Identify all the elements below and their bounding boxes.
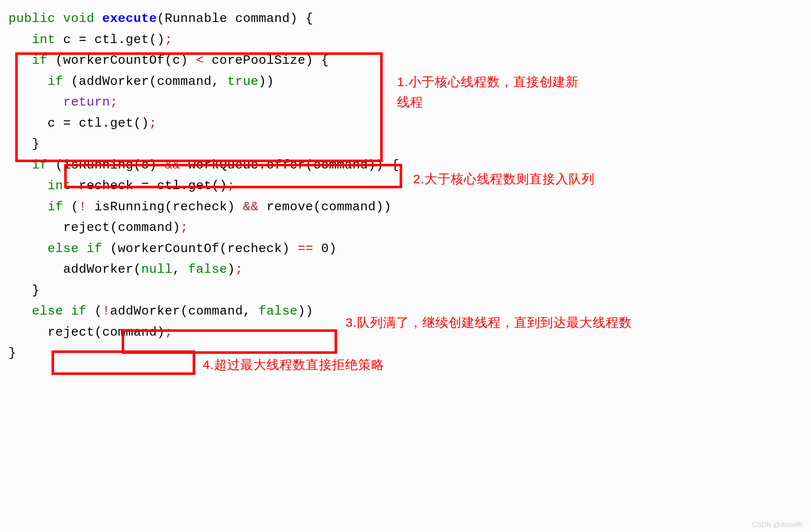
semicolon: ; [227, 179, 235, 193]
annotation-4: 4.超过最大线程数直接拒绝策略 [203, 355, 456, 375]
keyword-else: else [48, 242, 79, 256]
keyword-if: if [87, 242, 102, 256]
keyword-return: return [63, 95, 110, 109]
operator-and: && [165, 158, 180, 172]
code-line-10: if (! isRunning(recheck) && remove(comma… [8, 197, 803, 218]
brace-close: } [8, 346, 16, 360]
semicolon: ; [165, 33, 173, 47]
code-line-9: int recheck = ctl.get(); [8, 176, 803, 197]
code-text: isRunning(recheck) [87, 200, 243, 214]
code-line-2: int c = ctl.get(); [8, 30, 803, 51]
keyword-if: if [32, 158, 48, 172]
semicolon: ; [180, 220, 188, 235]
code-text: ) [227, 262, 235, 277]
code-line-8: if (isRunning(c) && workQueue.offer(comm… [8, 155, 803, 176]
keyword-int: int [48, 179, 71, 193]
keyword-if: if [32, 53, 48, 68]
code-text: (workerCountOf(recheck) [102, 242, 298, 256]
code-text: recheck = ctl.get() [71, 179, 227, 193]
annotation-3: 3.队列满了，继续创建线程，直到到达最大线程数 [346, 312, 641, 333]
code-line-12: else if (workerCountOf(recheck) == 0) [8, 239, 803, 260]
code-text: (isRunning(c) [48, 158, 165, 172]
keyword-void: void [63, 11, 95, 26]
semicolon: ; [149, 116, 157, 130]
watermark: CSDN @dxwell6 [752, 521, 803, 529]
code-text: (addWorker(command, [63, 74, 228, 89]
code-line-7: } [8, 134, 803, 155]
keyword-false: false [259, 304, 298, 318]
annotation-2: 2.大于核心线程数则直接入队列 [413, 169, 603, 189]
code-text: 0) [313, 242, 337, 256]
keyword-if: if [48, 200, 63, 214]
code-text: (Runnable command) { [157, 11, 313, 26]
code-block: public void execute(Runnable command) { … [8, 8, 803, 364]
operator-eq: == [298, 242, 313, 256]
semicolon: ; [110, 95, 118, 109]
code-line-13: addWorker(null, false); [8, 259, 803, 280]
code-text: ( [63, 200, 79, 214]
code-text: , [173, 262, 188, 277]
keyword-public: public [8, 11, 55, 26]
keyword-if: if [48, 74, 63, 89]
code-text: reject(command) [48, 325, 165, 339]
keyword-else: else [32, 304, 63, 318]
code-text: c = ctl.get() [48, 116, 150, 130]
keyword-int: int [32, 33, 56, 47]
code-line-1: public void execute(Runnable command) { [8, 8, 803, 30]
code-text: c = ctl.get() [55, 33, 165, 47]
keyword-null: null [142, 262, 173, 277]
operator-not: ! [79, 200, 87, 214]
semicolon: ; [235, 262, 243, 277]
code-text: workQueue.offer(command)) { [180, 158, 399, 172]
code-line-6: c = ctl.get(); [8, 113, 803, 134]
semicolon: ; [165, 325, 173, 339]
annotation-1: 1.小于核心线程数，直接创建新线程 [397, 72, 587, 112]
code-text: remove(command)) [259, 200, 392, 214]
keyword-if: if [71, 304, 87, 318]
keyword-true: true [227, 74, 259, 89]
code-line-14: } [8, 280, 803, 301]
function-name: execute [102, 11, 157, 26]
code-text: addWorker(command, [110, 304, 259, 318]
keyword-false: false [188, 262, 228, 277]
operator-not: ! [102, 304, 110, 318]
code-text: )) [298, 304, 313, 318]
operator-and: && [243, 200, 259, 214]
code-text: corePoolSize) { [204, 53, 329, 68]
code-line-11: reject(command); [8, 217, 803, 239]
code-text: )) [259, 74, 274, 89]
code-text: (workerCountOf(c) [48, 53, 196, 68]
brace-close: } [32, 137, 40, 151]
code-text: addWorker( [63, 262, 142, 277]
code-line-3: if (workerCountOf(c) < corePoolSize) { [8, 50, 803, 71]
operator-lt: < [196, 53, 204, 68]
code-text: reject(command) [63, 220, 181, 235]
code-text: ( [87, 304, 102, 318]
brace-close: } [32, 283, 40, 298]
